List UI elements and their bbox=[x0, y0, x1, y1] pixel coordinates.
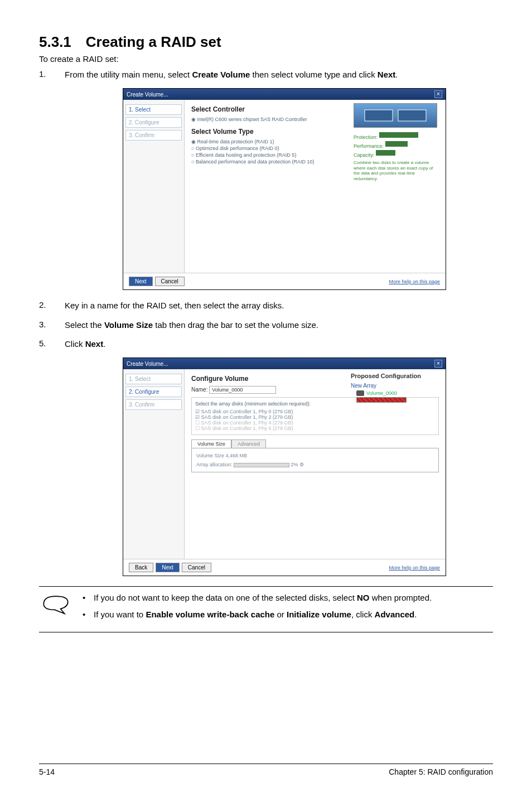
screenshot-1: Create Volume... × 1. Select 2. Configur… bbox=[123, 88, 493, 290]
performance-label: Performance: bbox=[354, 143, 384, 149]
disk-label: SAS disk on Controller 1, Phy 0 (279 GB) bbox=[201, 409, 293, 414]
disk-checkbox[interactable]: ☐ SAS disk on Controller 1, Phy 4 (279 G… bbox=[195, 420, 435, 426]
dialog-titlebar: Create Volume... × bbox=[123, 89, 446, 100]
wizard-step-confirm[interactable]: 3. Confirm bbox=[125, 130, 182, 141]
note-icon bbox=[39, 592, 72, 626]
new-array-label: New Array bbox=[351, 383, 440, 389]
note-body: • If you do not want to keep the data on… bbox=[83, 592, 493, 626]
step-text: Select the Volume Size tab then drag the… bbox=[65, 320, 493, 331]
tab-advanced[interactable]: Advanced bbox=[231, 439, 266, 448]
name-label: Name: bbox=[191, 386, 207, 393]
close-icon[interactable]: × bbox=[434, 90, 442, 98]
radio-label: Optimized disk performance (RAID 0) bbox=[196, 146, 279, 151]
dialog-titlebar: Create Volume... × bbox=[123, 358, 446, 369]
t: Click bbox=[65, 339, 85, 349]
t: Select the bbox=[65, 320, 104, 330]
volume-item-label: Volume_0000 bbox=[366, 390, 397, 396]
step-5: 5. Click Next. bbox=[39, 339, 493, 350]
wizard-step-configure[interactable]: 2. Configure bbox=[125, 117, 182, 128]
disk-checkbox[interactable]: ☐ SAS disk on Controller 1, Phy 6 (279 G… bbox=[195, 426, 435, 431]
t: Create Volume bbox=[192, 70, 250, 79]
volume-size-text: Volume Size 4,468 MB bbox=[196, 453, 434, 458]
allocation-percent: 2% bbox=[291, 462, 298, 467]
close-icon[interactable]: × bbox=[434, 360, 442, 368]
radio-label: Real-time data protection (RAID 1) bbox=[197, 139, 274, 144]
t: tab then drag the bar to set the volume … bbox=[153, 320, 318, 330]
t: . bbox=[103, 339, 105, 349]
t: Next bbox=[378, 70, 396, 79]
screenshot-2: Create Volume... × 1. Select 2. Configur… bbox=[123, 357, 493, 576]
t: or bbox=[274, 610, 287, 619]
step-1: 1. From the utility main menu, select Cr… bbox=[39, 69, 493, 80]
disk-selection-list: Select the array disks (minimum selectio… bbox=[191, 397, 439, 435]
wizard-step-select[interactable]: 1. Select bbox=[125, 374, 182, 384]
section-heading: 5.3.1 Creating a RAID set bbox=[39, 33, 493, 51]
wizard-sidebar: 1. Select 2. Configure 3. Confirm bbox=[123, 369, 185, 559]
page-number: 5-14 bbox=[39, 767, 55, 776]
note-line: If you want to Enable volume write-back … bbox=[94, 609, 417, 620]
t: If you want to bbox=[94, 610, 146, 619]
t: If you do not want to keep the data on o… bbox=[94, 593, 357, 602]
wizard-step-configure[interactable]: 2. Configure bbox=[125, 386, 182, 397]
t: , click bbox=[351, 610, 375, 619]
page-footer: 5-14 Chapter 5: RAID configuration bbox=[39, 764, 493, 776]
tab-row: Volume SizeAdvanced bbox=[191, 439, 439, 448]
note-line: If you do not want to keep the data on o… bbox=[94, 592, 432, 603]
step-2: 2. Key in a name for the RAID set, then … bbox=[39, 300, 493, 311]
t: Enable volume write-back cache bbox=[146, 610, 274, 619]
capacity-bar bbox=[356, 397, 407, 403]
note-box: • If you do not want to keep the data on… bbox=[39, 586, 493, 632]
help-link[interactable]: More help on this page bbox=[389, 279, 440, 284]
t: Initialize volume bbox=[287, 610, 351, 619]
t: From the utility main menu, select bbox=[65, 70, 192, 79]
tab-panel: Volume Size 4,468 MB Array allocation: 2… bbox=[191, 448, 439, 472]
meter-bar bbox=[376, 150, 395, 156]
dialog-title: Create Volume... bbox=[127, 361, 168, 367]
t: . bbox=[395, 70, 398, 79]
disk-label: SAS disk on Controller 1, Phy 4 (279 GB) bbox=[201, 420, 293, 426]
volume-item: Volume_0000 bbox=[356, 390, 440, 396]
raid-diagram-icon bbox=[354, 103, 437, 128]
svg-rect-1 bbox=[398, 110, 426, 121]
intro-text: To create a RAID set: bbox=[39, 54, 493, 64]
summary-panel: Protection: Performance: Capacity: Combi… bbox=[354, 103, 440, 181]
svg-rect-0 bbox=[365, 110, 393, 121]
step-number: 1. bbox=[39, 69, 65, 80]
help-link[interactable]: More help on this page bbox=[389, 565, 440, 571]
t: Advanced bbox=[375, 610, 415, 619]
cancel-button[interactable]: Cancel bbox=[182, 563, 211, 572]
step-number: 2. bbox=[39, 300, 65, 311]
disk-checkbox[interactable]: ☑ SAS disk on Controller 1, Phy 2 (279 G… bbox=[195, 414, 435, 420]
dialog-title: Create Volume... bbox=[127, 91, 168, 98]
meter-bar bbox=[379, 132, 418, 138]
capacity-label: Capacity: bbox=[354, 152, 375, 158]
step-3: 3. Select the Volume Size tab then drag … bbox=[39, 320, 493, 331]
allocation-slider[interactable] bbox=[234, 463, 289, 467]
t: when prompted. bbox=[369, 593, 432, 602]
cancel-button[interactable]: Cancel bbox=[155, 277, 185, 286]
chapter-label: Chapter 5: RAID configuration bbox=[389, 767, 493, 776]
volume-type-description: Combine two disks to create a volume whe… bbox=[354, 160, 440, 181]
tab-volume-size[interactable]: Volume Size bbox=[191, 439, 231, 448]
radio-label: Efficient data hosting and protection (R… bbox=[196, 152, 296, 158]
disk-icon bbox=[356, 390, 364, 396]
back-button[interactable]: Back bbox=[129, 563, 153, 572]
t: NO bbox=[357, 593, 370, 602]
wizard-step-confirm[interactable]: 3. Confirm bbox=[125, 399, 182, 410]
proposed-title: Proposed Configuration bbox=[351, 373, 440, 379]
radio-label: Intel(R) C600 series chipset SAS RAID Co… bbox=[197, 117, 307, 122]
step-number: 5. bbox=[39, 339, 65, 350]
protection-label: Protection: bbox=[354, 134, 378, 140]
bullet-icon: • bbox=[83, 592, 94, 603]
step-text: Key in a name for the RAID set, then sel… bbox=[65, 300, 493, 311]
disk-label: SAS disk on Controller 1, Phy 6 (279 GB) bbox=[201, 426, 293, 431]
disk-checkbox[interactable]: ☑ SAS disk on Controller 1, Phy 0 (279 G… bbox=[195, 409, 435, 414]
t: Next bbox=[85, 339, 104, 349]
volume-name-input[interactable]: Volume_0000 bbox=[209, 386, 276, 394]
next-button[interactable]: Next bbox=[156, 563, 180, 572]
step-number: 3. bbox=[39, 320, 65, 331]
next-button[interactable]: Next bbox=[129, 277, 153, 286]
t: Volume Size bbox=[104, 320, 153, 330]
step-text: Click Next. bbox=[65, 339, 493, 350]
wizard-step-select[interactable]: 1. Select bbox=[125, 104, 182, 115]
